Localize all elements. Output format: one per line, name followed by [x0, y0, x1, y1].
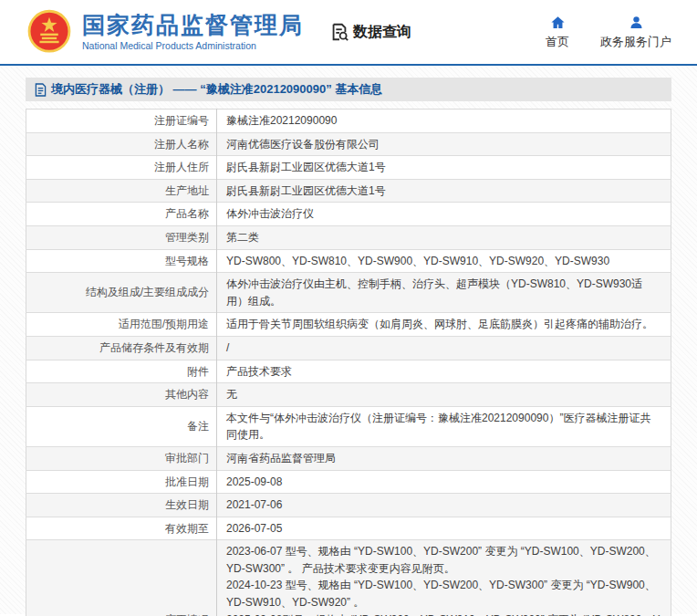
row-value: 2023-06-07 型号、规格由 “YD-SW100、YD-SW200” 变更…	[217, 540, 671, 616]
row-label: 管理类别	[26, 225, 217, 249]
table-row: 审批部门河南省药品监督管理局	[26, 446, 671, 470]
row-label: 生效日期	[26, 494, 217, 517]
row-label: 注册人名称	[26, 132, 217, 156]
row-label: 适用范围/预期用途	[26, 313, 217, 337]
table-row: 其他内容无	[26, 383, 671, 407]
table-row: 生产地址尉氏县新尉工业园区优德大道1号	[26, 179, 671, 203]
nav-home-label: 首页	[546, 34, 569, 50]
document-icon	[35, 83, 47, 97]
row-value: 体外冲击波治疗仪由主机、控制手柄、治疗头、超声模块（YD-SW810、YD-SW…	[217, 273, 671, 313]
row-value: 2025-09-08	[217, 470, 671, 494]
brand-subtitle: National Medical Products Administration	[82, 40, 304, 51]
home-icon	[550, 15, 566, 30]
row-label: 产品储存条件及有效期	[26, 336, 217, 360]
row-label: 审批部门	[26, 446, 217, 470]
table-row: 注册证编号豫械注准20212090090	[26, 110, 671, 133]
row-value: 河南省药品监督管理局	[217, 446, 671, 470]
nav-gov-portal-label: 政务服务门户	[600, 34, 671, 50]
table-row: 产品名称体外冲击波治疗仪	[26, 203, 671, 226]
row-value: YD-SW800、YD-SW810、YD-SW900、YD-SW910、YD-S…	[217, 249, 671, 273]
nav-home[interactable]: 首页	[546, 15, 569, 50]
row-label: 生产地址	[26, 179, 217, 203]
row-value: 2026-07-05	[217, 517, 671, 540]
row-value: 本文件与“体外冲击波治疗仪（注册证编号：豫械注准20212090090）”医疗器…	[217, 406, 671, 446]
nav-gov-portal[interactable]: 政务服务门户	[600, 15, 671, 50]
header-nav: 首页 政务服务门户	[546, 15, 681, 50]
table-row: 注册人住所尉氏县新尉工业园区优德大道1号	[26, 156, 671, 180]
row-label: 变更情况	[26, 540, 217, 616]
data-query-button[interactable]: 数据查询	[329, 22, 411, 42]
person-icon	[629, 15, 644, 30]
row-value: /	[217, 336, 671, 360]
row-label: 备注	[26, 406, 217, 446]
site-header: 国家药品监督管理局 National Medical Products Admi…	[0, 0, 697, 66]
table-row: 产品储存条件及有效期/	[26, 336, 671, 360]
table-row: 批准日期2025-09-08	[26, 470, 671, 494]
table-row: 变更情况2023-06-07 型号、规格由 “YD-SW100、YD-SW200…	[26, 540, 671, 616]
row-value: 无	[217, 383, 671, 407]
row-value: 尉氏县新尉工业园区优德大道1号	[217, 156, 671, 180]
row-value: 河南优德医疗设备股份有限公司	[217, 132, 671, 156]
national-emblem-icon	[26, 8, 73, 56]
row-value: 产品技术要求	[217, 360, 671, 383]
data-query-label: 数据查询	[353, 23, 411, 42]
table-row: 注册人名称河南优德医疗设备股份有限公司	[26, 132, 671, 156]
table-row: 适用范围/预期用途适用于骨关节周围软组织病变（如肩周炎、网球肘、足底筋膜炎）引起…	[26, 313, 671, 337]
row-label: 结构及组成/主要组成成分	[26, 273, 217, 313]
table-row: 附件产品技术要求	[26, 360, 671, 383]
row-value: 豫械注准20212090090	[217, 110, 671, 133]
row-value: 适用于骨关节周围软组织病变（如肩周炎、网球肘、足底筋膜炎）引起疼痛的辅助治疗。	[217, 313, 671, 337]
row-label: 注册证编号	[26, 110, 217, 133]
document-search-icon	[329, 22, 349, 42]
table-row: 结构及组成/主要组成成分体外冲击波治疗仪由主机、控制手柄、治疗头、超声模块（YD…	[26, 273, 671, 313]
table-row: 备注本文件与“体外冲击波治疗仪（注册证编号：豫械注准20212090090）”医…	[26, 406, 671, 446]
row-label: 注册人住所	[26, 156, 217, 180]
row-label: 型号规格	[26, 249, 217, 273]
brand-text: 国家药品监督管理局 National Medical Products Admi…	[82, 13, 304, 51]
table-row: 型号规格YD-SW800、YD-SW810、YD-SW900、YD-SW910、…	[26, 249, 671, 273]
row-value: 2021-07-06	[217, 494, 671, 517]
row-value: 第二类	[217, 225, 671, 249]
table-row: 有效期至2026-07-05	[26, 517, 671, 540]
registration-info-table: 注册证编号豫械注准20212090090注册人名称河南优德医疗设备股份有限公司注…	[26, 109, 671, 616]
nmpa-logo[interactable]: 国家药品监督管理局 National Medical Products Admi…	[26, 8, 304, 56]
page-title: 境内医疗器械（注册） —— “豫械注准20212090090” 基本信息	[51, 81, 382, 98]
row-label: 批准日期	[26, 470, 217, 494]
row-label: 产品名称	[26, 203, 217, 226]
row-label: 其他内容	[26, 383, 217, 407]
page-title-bar: 境内医疗器械（注册） —— “豫械注准20212090090” 基本信息	[26, 78, 671, 101]
table-row: 管理类别第二类	[26, 225, 671, 249]
row-value: 尉氏县新尉工业园区优德大道1号	[217, 179, 671, 203]
main-area: 境内医疗器械（注册） —— “豫械注准20212090090” 基本信息 注册证…	[0, 66, 697, 614]
table-row: 生效日期2021-07-06	[26, 494, 671, 517]
brand-title: 国家药品监督管理局	[82, 13, 304, 38]
row-label: 有效期至	[26, 517, 217, 540]
row-value: 体外冲击波治疗仪	[217, 203, 671, 226]
row-label: 附件	[26, 360, 217, 383]
